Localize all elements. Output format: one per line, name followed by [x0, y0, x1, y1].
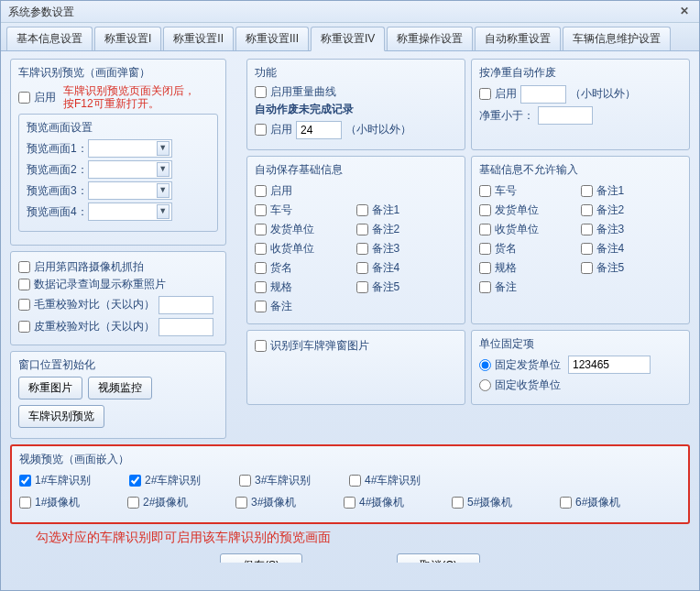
plate-preview-title: 车牌识别预览（画面弹窗） — [18, 65, 218, 81]
pv3-combo[interactable]: ▼ — [88, 181, 172, 200]
rec-plate-popup[interactable]: 识别到车牌弹窗图片 — [255, 338, 457, 354]
auto-save-item[interactable]: 规格 — [255, 279, 356, 295]
plate-preview-group: 车牌识别预览（画面弹窗） 启用 车牌识别预览页面关闭后， 按F12可重新打开。 … — [10, 59, 226, 246]
no-input-item[interactable]: 备注4 — [581, 241, 683, 257]
net-auto-hours[interactable] — [520, 85, 566, 104]
fixed-unit-value[interactable] — [568, 356, 651, 374]
auto-save-item[interactable]: 备注5 — [356, 279, 458, 295]
net-less-input[interactable] — [538, 106, 593, 125]
auto-save-item[interactable]: 备注2 — [356, 222, 458, 237]
auto-save-item[interactable]: 货名 — [255, 260, 356, 276]
auto-void-label: 自动作废未完成记录 — [255, 102, 457, 117]
save-button[interactable]: 保存(S) — [220, 553, 302, 563]
auto-save-group: 自动保存基础信息 启用车号备注1发货单位备注2收货单位备注3货名备注4规格备注5… — [246, 156, 465, 324]
tab-5[interactable]: 称重操作设置 — [387, 27, 473, 50]
window-init-group: 窗口位置初始化 称重图片 视频监控 车牌识别预览 — [10, 351, 226, 439]
plate-rec-4[interactable]: 4#车牌识别 — [349, 473, 459, 488]
auto-save-item[interactable]: 发货单位 — [255, 222, 356, 237]
tab-1[interactable]: 称重设置I — [94, 27, 161, 50]
camera-1[interactable]: 1#摄像机 — [19, 495, 127, 510]
tab-4[interactable]: 称重设置IV — [311, 27, 385, 51]
no-input-item[interactable]: 发货单位 — [479, 202, 581, 218]
auto-save-item[interactable]: 启用 — [255, 183, 356, 199]
plate-note-1: 车牌识别预览页面关闭后， — [63, 84, 195, 97]
plate-rec-3[interactable]: 3#车牌识别 — [239, 473, 349, 488]
video-embed-group: 视频预览（画面嵌入） 1#车牌识别2#车牌识别3#车牌识别4#车牌识别 1#摄像… — [10, 444, 690, 524]
no-input-item[interactable]: 备注5 — [581, 260, 683, 276]
net-auto-title: 按净重自动作废 — [479, 65, 682, 81]
function-title: 功能 — [255, 65, 457, 81]
video-monitor-button[interactable]: 视频监控 — [88, 377, 152, 399]
plate-rec-2[interactable]: 2#车牌识别 — [129, 473, 239, 488]
gross-verify[interactable]: 毛重校验对比（天以内） — [18, 297, 155, 312]
net-less-label: 净重小于： — [479, 108, 534, 124]
video-embed-note: 勾选对应的车牌识别即可启用该车牌识别的预览画面 — [36, 530, 690, 546]
preview-settings-group: 预览画面设置 预览画面1：▼ 预览画面2：▼ 预览画面3：▼ 预览画面4：▼ — [18, 114, 218, 232]
auto-save-item[interactable]: 备注 — [255, 299, 356, 314]
no-input-item[interactable]: 收货单位 — [479, 222, 581, 237]
footer: 保存(S) 取消(C) — [10, 546, 690, 563]
close-icon[interactable]: ✕ — [677, 5, 692, 19]
tab-6[interactable]: 自动称重设置 — [475, 27, 561, 50]
fixed-recv-radio[interactable]: 固定收货单位 — [479, 378, 682, 393]
tab-7[interactable]: 车辆信息维护设置 — [563, 27, 671, 50]
enable-weight-curve[interactable]: 启用重量曲线 — [255, 84, 457, 100]
plate-preview-button[interactable]: 车牌识别预览 — [18, 405, 104, 428]
no-input-item[interactable]: 规格 — [479, 260, 581, 276]
camera-4[interactable]: 4#摄像机 — [344, 495, 452, 510]
enable-plate-preview[interactable]: 启用 — [18, 90, 56, 105]
auto-save-item — [356, 183, 458, 199]
chevron-down-icon[interactable]: ▼ — [157, 183, 170, 198]
plate-note-2: 按F12可重新打开。 — [63, 97, 195, 110]
no-input-item[interactable]: 备注1 — [581, 183, 683, 199]
show-weigh-photo[interactable]: 数据记录查询显示称重照片 — [18, 277, 218, 292]
no-input-item[interactable]: 备注 — [479, 279, 581, 295]
camera-3[interactable]: 3#摄像机 — [235, 495, 344, 510]
chevron-down-icon[interactable]: ▼ — [157, 162, 170, 177]
pv1-combo[interactable]: ▼ — [88, 139, 172, 158]
no-input-item[interactable]: 货名 — [479, 241, 581, 257]
fixed-unit-title: 单位固定项 — [479, 336, 682, 352]
auto-save-item[interactable]: 车号 — [255, 202, 356, 218]
cancel-button[interactable]: 取消(C) — [397, 553, 480, 563]
tab-0[interactable]: 基本信息设置 — [6, 27, 93, 50]
rec-plate-group: 识别到车牌弹窗图片 — [246, 330, 465, 405]
auto-save-item[interactable]: 备注1 — [356, 202, 458, 218]
tab-2[interactable]: 称重设置II — [163, 27, 234, 50]
gross-verify-input[interactable] — [159, 296, 213, 314]
plate-rec-1[interactable]: 1#车牌识别 — [19, 473, 129, 488]
camera-6[interactable]: 6#摄像机 — [560, 495, 668, 510]
auto-save-item[interactable]: 收货单位 — [255, 241, 356, 257]
chevron-down-icon[interactable]: ▼ — [157, 141, 170, 156]
auto-save-item[interactable]: 备注4 — [356, 260, 458, 276]
camera-2[interactable]: 2#摄像机 — [127, 495, 235, 510]
pv2-combo[interactable]: ▼ — [88, 160, 172, 179]
no-input-title: 基础信息不允许输入 — [479, 162, 682, 178]
weigh-pic-button[interactable]: 称重图片 — [18, 377, 82, 399]
tab-content: 车牌识别预览（画面弹窗） 启用 车牌识别预览页面关闭后， 按F12可重新打开。 … — [1, 51, 699, 563]
net-auto-unit: （小时以外） — [570, 86, 636, 102]
tare-verify-input[interactable] — [159, 318, 213, 336]
tab-3[interactable]: 称重设置III — [235, 27, 309, 50]
no-input-item[interactable]: 备注2 — [581, 202, 683, 218]
auto-void-enable[interactable]: 启用 — [255, 122, 292, 137]
video-embed-title: 视频预览（画面嵌入） — [19, 452, 681, 467]
pv1-label: 预览画面1： — [27, 141, 88, 157]
left-checks-group: 启用第四路摄像机抓拍 数据记录查询显示称重照片 毛重校验对比（天以内） 皮重校验… — [10, 251, 226, 345]
no-input-item[interactable]: 备注3 — [581, 222, 683, 237]
camera-5[interactable]: 5#摄像机 — [452, 495, 560, 510]
no-input-group: 基础信息不允许输入 车号备注1发货单位备注2收货单位备注3货名备注4规格备注5备… — [471, 156, 690, 324]
fixed-unit-group: 单位固定项 固定发货单位 固定收货单位 — [471, 330, 690, 405]
net-auto-enable[interactable]: 启用 — [479, 86, 517, 102]
tare-verify[interactable]: 皮重校验对比（天以内） — [18, 319, 155, 334]
pv4-combo[interactable]: ▼ — [88, 202, 172, 221]
auto-save-item — [356, 299, 458, 314]
window-init-title: 窗口位置初始化 — [18, 357, 218, 373]
auto-void-hours[interactable] — [296, 121, 342, 139]
cam4-capture[interactable]: 启用第四路摄像机抓拍 — [18, 259, 218, 275]
chevron-down-icon[interactable]: ▼ — [157, 204, 170, 219]
title-bar: 系统参数设置 ✕ — [1, 1, 699, 23]
fixed-send-radio[interactable]: 固定发货单位 — [479, 356, 682, 374]
no-input-item[interactable]: 车号 — [479, 183, 581, 199]
auto-save-item[interactable]: 备注3 — [356, 241, 458, 257]
